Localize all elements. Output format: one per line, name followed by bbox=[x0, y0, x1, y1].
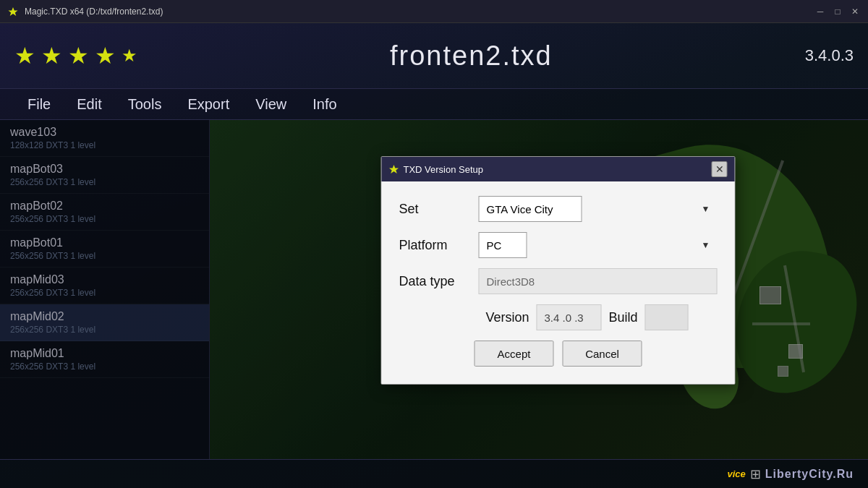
content-area: wave103 128x128 DXT3 1 level mapBot03 25… bbox=[0, 120, 868, 459]
star-5: ★ bbox=[122, 46, 137, 66]
minimize-button[interactable]: ─ bbox=[814, 6, 826, 17]
watermark-vice: vice bbox=[728, 468, 746, 479]
menu-view[interactable]: View bbox=[242, 92, 299, 117]
menu-export[interactable]: Export bbox=[174, 92, 242, 117]
titlebar: Magic.TXD x64 (D:/txd/fronten2.txd) ─ □ … bbox=[0, 0, 868, 23]
star-1: ★ bbox=[14, 44, 35, 67]
bottom-bar: vice ⊞ LibertyCity.Ru bbox=[0, 459, 868, 488]
window-controls: ─ □ ✕ bbox=[814, 6, 861, 17]
watermark-text: LibertyCity.Ru bbox=[765, 468, 854, 481]
set-label: Set bbox=[399, 202, 479, 217]
build-value bbox=[645, 304, 689, 330]
set-row: Set GTA Vice City GTA III GTA San Andrea… bbox=[399, 196, 718, 222]
app-header: ★ ★ ★ ★ ★ fronten2.txd 3.4.0.3 bbox=[0, 23, 868, 88]
dialog-body: Set GTA Vice City GTA III GTA San Andrea… bbox=[382, 181, 735, 384]
watermark: vice ⊞ LibertyCity.Ru bbox=[728, 466, 854, 482]
menu-file[interactable]: File bbox=[14, 92, 64, 117]
version-row: Version 3.4 .0 .3 Build bbox=[399, 304, 718, 330]
app-window: ★ ★ ★ ★ ★ fronten2.txd 3.4.0.3 File Edit… bbox=[0, 23, 868, 488]
star-3: ★ bbox=[68, 44, 89, 67]
version-badge: 3.4.0.3 bbox=[805, 46, 854, 65]
menu-tools[interactable]: Tools bbox=[115, 92, 175, 117]
stars-logo: ★ ★ ★ ★ ★ bbox=[14, 44, 137, 67]
txd-version-dialog: TXD Version Setup ✕ Set GTA Vice City GT… bbox=[381, 156, 736, 385]
dialog-title: TXD Version Setup bbox=[404, 164, 484, 175]
watermark-icon: ⊞ bbox=[750, 466, 761, 482]
menu-edit[interactable]: Edit bbox=[64, 92, 114, 117]
accept-button[interactable]: Accept bbox=[475, 341, 554, 367]
star-2: ★ bbox=[41, 44, 62, 67]
app-icon bbox=[7, 6, 19, 17]
version-value: 3.4 .0 .3 bbox=[537, 304, 602, 330]
platform-select-wrapper: PC PS2 XBOX Mobile bbox=[479, 232, 718, 258]
dialog-buttons: Accept Cancel bbox=[399, 341, 718, 367]
dialog-close-button[interactable]: ✕ bbox=[712, 161, 728, 177]
maximize-button[interactable]: □ bbox=[832, 6, 843, 17]
svg-marker-0 bbox=[9, 7, 18, 16]
datatype-row: Data type bbox=[399, 268, 718, 294]
menu-info[interactable]: Info bbox=[299, 92, 349, 117]
build-label: Build bbox=[609, 310, 638, 325]
dialog-overlay: TXD Version Setup ✕ Set GTA Vice City GT… bbox=[0, 120, 868, 459]
dialog-title-area: TXD Version Setup bbox=[389, 164, 484, 175]
set-select[interactable]: GTA Vice City GTA III GTA San Andreas GT… bbox=[479, 196, 582, 222]
platform-select[interactable]: PC PS2 XBOX Mobile bbox=[479, 232, 527, 258]
menubar: File Edit Tools Export View Info bbox=[0, 88, 868, 120]
close-button[interactable]: ✕ bbox=[849, 6, 861, 17]
platform-label: Platform bbox=[399, 238, 479, 253]
app-title: fronten2.txd bbox=[137, 40, 805, 72]
dialog-icon bbox=[389, 164, 399, 174]
dialog-titlebar: TXD Version Setup ✕ bbox=[382, 157, 735, 181]
platform-row: Platform PC PS2 XBOX Mobile bbox=[399, 232, 718, 258]
cancel-button[interactable]: Cancel bbox=[563, 341, 642, 367]
datatype-label: Data type bbox=[399, 274, 479, 289]
window-title: Magic.TXD x64 (D:/txd/fronten2.txd) bbox=[25, 7, 814, 17]
version-label: Version bbox=[485, 310, 529, 325]
datatype-input[interactable] bbox=[479, 268, 718, 294]
star-4: ★ bbox=[95, 44, 116, 67]
svg-marker-1 bbox=[389, 165, 399, 174]
set-select-wrapper: GTA Vice City GTA III GTA San Andreas GT… bbox=[479, 196, 718, 222]
